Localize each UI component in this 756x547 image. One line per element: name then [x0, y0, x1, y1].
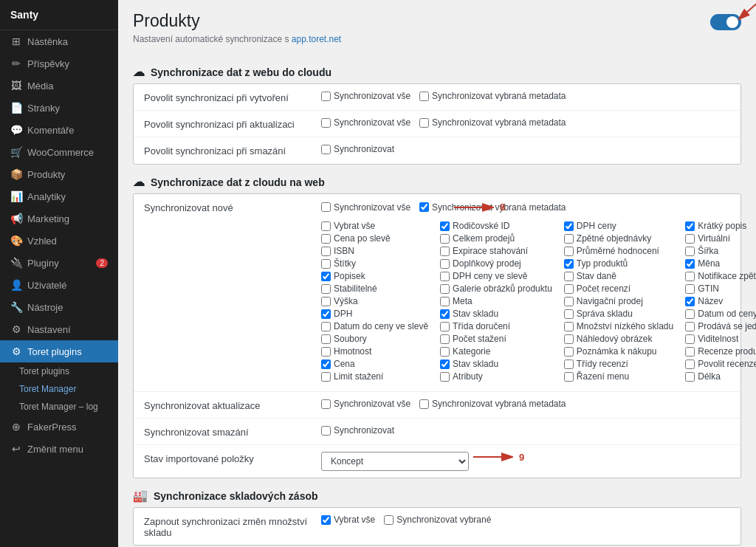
sidebar-item-appearance[interactable]: 🎨 Vzhled [0, 230, 118, 252]
sidebar-item-plugins[interactable]: 🔌 Pluginy 2 [0, 252, 118, 274]
cb-grid-item-7[interactable]: Virtuální [685, 233, 756, 244]
cb-grid-item-13[interactable]: Doplňkový prodej [440, 258, 552, 269]
cb-grid-item-26[interactable]: Navigační prodej [564, 296, 673, 306]
cb-grid-item-47[interactable]: Povolit recenze [685, 359, 756, 369]
row-warehouse: Zapnout synchronizaci změn množství skla… [134, 508, 740, 545]
cb-grid-item-34[interactable]: Množství nízkého skladu [564, 321, 673, 331]
sidebar-item-analytics[interactable]: 📊 Analytiky [0, 185, 118, 207]
cb-grid-item-12[interactable]: Štítky [321, 258, 428, 269]
cb-grid-item-9[interactable]: Expirace stahování [440, 246, 552, 256]
cb-sync-meta[interactable]: Synchronizovat vybraná metadata [419, 202, 566, 213]
sidebar-item-tools[interactable]: 🔧 Nástroje [0, 296, 118, 318]
cb-grid-item-22[interactable]: Počet recenzí [564, 283, 673, 294]
site-logo: Santy [0, 0, 118, 30]
cb-warehouse-all[interactable]: Vybrat vše [321, 515, 375, 525]
cb-grid-item-43[interactable]: Recenze produktů [685, 346, 756, 357]
row-sync-new: Synchronizovat nové Synchronizovat vše S… [134, 194, 740, 392]
cb-grid-item-35[interactable]: Prodává se jednotlivě [685, 321, 756, 331]
cb-grid-item-41[interactable]: Kategorie [440, 346, 552, 357]
cb-grid-item-14[interactable]: Typ produktů [564, 258, 673, 269]
cb-grid-item-3[interactable]: Krátký popis [685, 221, 756, 231]
cb-grid-item-20[interactable]: Stabilitelné [321, 283, 428, 294]
cb-grid-item-33[interactable]: Třída doručení [440, 321, 552, 331]
cb-delete-sync[interactable]: Synchronizovat [321, 144, 394, 154]
cb-grid-item-28[interactable]: DPH [321, 309, 428, 319]
cb-grid-item-17[interactable]: DPH ceny ve slevě [440, 271, 552, 281]
cb-grid-item-6[interactable]: Zpětné objednávky [564, 233, 673, 244]
sidebar-item-products[interactable]: 📦 Produkty [0, 163, 118, 185]
cb-grid-item-39[interactable]: Viditelnost [685, 334, 756, 344]
cb-update-all[interactable]: Synchronizovat vše [321, 117, 410, 128]
sidebar-item-toret[interactable]: ⚙ Toret plugins [0, 340, 118, 362]
stav-select[interactable]: Koncept [321, 452, 469, 471]
cb-smazani[interactable]: Synchronizovat [321, 425, 394, 436]
cb-grid-item-8[interactable]: ISBN [321, 246, 428, 256]
sidebar-sub-toret-manager[interactable]: Toret Manager [0, 380, 118, 398]
cb-grid-item-24[interactable]: Výška [321, 296, 428, 306]
marketing-icon: 📢 [10, 213, 22, 224]
sync-delete-label: Synchronizovat smazání [144, 425, 321, 438]
sidebar-item-woocommerce[interactable]: 🛒 WooCommerce [0, 141, 118, 163]
cb-create-meta[interactable]: Synchronizovat vybraná metadata [419, 91, 566, 101]
cb-grid-item-37[interactable]: Počet stažení [440, 334, 552, 344]
cb-update-meta[interactable]: Synchronizovat vybraná metadata [419, 117, 566, 128]
row-create: Povolit synchronizaci při vytvoření Sync… [134, 84, 740, 111]
cb-grid-item-44[interactable]: Cena [321, 359, 428, 369]
sidebar-sub-toret-plugins[interactable]: Toret plugins [0, 362, 118, 380]
cb-grid-item-46[interactable]: Třídy recenzí [564, 359, 673, 369]
cb-grid-item-25[interactable]: Meta [440, 296, 552, 306]
cb-grid-item-40[interactable]: Hmotnost [321, 346, 428, 357]
cb-grid-item-10[interactable]: Průměrné hodnocení [564, 246, 673, 256]
sync-update-label: Synchronizovat aktualizace [144, 399, 321, 411]
cb-grid-item-0[interactable]: Vybrat vše [321, 221, 428, 231]
svg-line-0 [740, 0, 756, 18]
cb-grid-item-19[interactable]: Notifikace zpětné objednávky [685, 271, 756, 281]
cb-grid-item-45[interactable]: Stav skladu [440, 359, 552, 369]
cb-grid-item-16[interactable]: Popisek [321, 271, 428, 281]
sidebar-item-pages[interactable]: 📄 Stránky [0, 97, 118, 119]
appearance-icon: 🎨 [10, 235, 22, 247]
sidebar-item-settings[interactable]: ⚙ Nastavení [0, 318, 118, 340]
cb-grid-item-1[interactable]: Rodičovské ID [440, 221, 552, 231]
cb-grid-item-49[interactable]: Atributy [440, 371, 552, 382]
sidebar-item-fakerpress[interactable]: ⊕ FakerPress [0, 416, 118, 438]
cb-grid-item-11[interactable]: Šířka [685, 246, 756, 256]
cb-grid-item-48[interactable]: Limit stažení [321, 371, 428, 382]
cb-sync-vse[interactable]: Synchronizovat vše [321, 202, 410, 213]
cb-grid-item-36[interactable]: Soubory [321, 334, 428, 344]
cb-grid-item-50[interactable]: Řazení menu [564, 371, 673, 382]
sidebar-item-posts[interactable]: ✏ Příspěvky [0, 52, 118, 75]
row-sync-update: Synchronizovat aktualizace Synchronizova… [134, 392, 740, 419]
sidebar-item-users[interactable]: 👤 Uživatelé [0, 274, 118, 296]
cb-grid-item-32[interactable]: Datum do ceny ve slevě [321, 321, 428, 331]
row-delete: Povolit synchronizaci při smazání Synchr… [134, 137, 740, 164]
cb-grid-item-2[interactable]: DPH ceny [564, 221, 673, 231]
cb-grid-item-18[interactable]: Stav daně [564, 271, 673, 281]
cb-grid-item-29[interactable]: Stav skladu [440, 309, 552, 319]
subtitle-link[interactable]: app.toret.net [292, 34, 341, 44]
cb-aktualizace-all[interactable]: Synchronizovat vše [321, 399, 410, 409]
arrow-9-svg [473, 448, 518, 466]
cb-grid-item-31[interactable]: Datum od ceny ve slevě [685, 309, 756, 319]
cb-warehouse-selected[interactable]: Synchronizovat vybrané [384, 515, 491, 525]
cb-grid-item-51[interactable]: Délka [685, 371, 756, 382]
sidebar-sub-toret-log[interactable]: Toret Manager – log [0, 398, 118, 416]
sidebar-item-comments[interactable]: 💬 Komentáře [0, 119, 118, 141]
cb-aktualizace-meta[interactable]: Synchronizovat vybraná metadata [419, 399, 566, 409]
cb-grid-item-42[interactable]: Poznámka k nákupu [564, 346, 673, 357]
sidebar-item-dashboard[interactable]: ⊞ Nástěnka [0, 30, 118, 52]
cb-grid-item-23[interactable]: GTIN [685, 283, 756, 294]
cb-grid-item-4[interactable]: Cena po slevě [321, 233, 428, 244]
cb-grid-item-5[interactable]: Celkem prodejů [440, 233, 552, 244]
sync-new-label: Synchronizovat nové [144, 201, 321, 213]
sidebar-item-change-menu[interactable]: ↩ Změnit menu [0, 438, 118, 460]
cb-create-all[interactable]: Synchronizovat vše [321, 91, 410, 101]
sidebar-item-media[interactable]: 🖼 Média [0, 75, 118, 97]
cb-grid-item-15[interactable]: Měna [685, 258, 756, 269]
cb-grid-item-27[interactable]: Název [685, 296, 756, 306]
cb-grid-item-21[interactable]: Galerie obrázků produktu [440, 283, 552, 294]
cb-grid-item-30[interactable]: Správa skladu [564, 309, 673, 319]
cb-grid-item-38[interactable]: Náhledový obrázek [564, 334, 673, 344]
sidebar-item-marketing[interactable]: 📢 Marketing [0, 207, 118, 230]
comments-icon: 💬 [10, 124, 22, 136]
